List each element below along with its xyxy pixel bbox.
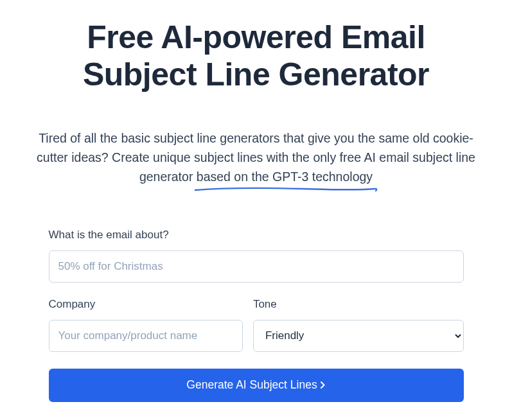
email-about-label: What is the email about?: [49, 229, 464, 241]
generate-button-label: Generate AI Subject Lines: [186, 378, 317, 392]
company-input[interactable]: [49, 320, 243, 352]
company-label: Company: [49, 298, 243, 311]
subtitle-underlined-text: based on the GPT-3 technology: [197, 170, 373, 184]
tone-select[interactable]: Friendly: [253, 320, 464, 352]
generator-form: What is the email about? Company Tone Fr…: [48, 229, 465, 402]
chevron-right-icon: [320, 381, 326, 389]
generate-button[interactable]: Generate AI Subject Lines: [49, 369, 464, 402]
page-title: Free AI-powered Email Subject Line Gener…: [26, 19, 486, 93]
tone-label: Tone: [253, 298, 464, 311]
subtitle-underlined-wrap: based on the GPT-3 technology: [197, 167, 373, 186]
hand-underline-icon: [194, 186, 378, 195]
page-subtitle: Tired of all the basic subject line gene…: [26, 128, 486, 187]
email-about-input[interactable]: [49, 250, 464, 283]
